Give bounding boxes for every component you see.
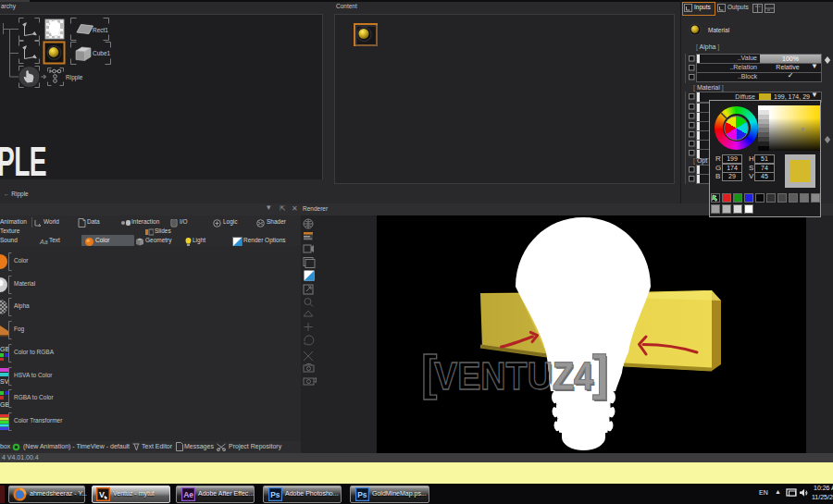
svg-text:Rect1: Rect1 xyxy=(93,27,108,33)
svg-text:Cube1: Cube1 xyxy=(93,50,111,56)
svg-text:GB: GB xyxy=(0,346,8,352)
svg-text:SV: SV xyxy=(0,378,8,385)
svg-text:Ps: Ps xyxy=(270,490,280,499)
svg-text:GB: GB xyxy=(0,401,8,408)
svg-text:V: V xyxy=(99,490,105,499)
svg-text:Ps: Ps xyxy=(357,490,367,499)
svg-text:]: ] xyxy=(592,346,608,400)
svg-text:Ae: Ae xyxy=(183,490,193,499)
svg-text:Ripple: Ripple xyxy=(66,74,83,81)
